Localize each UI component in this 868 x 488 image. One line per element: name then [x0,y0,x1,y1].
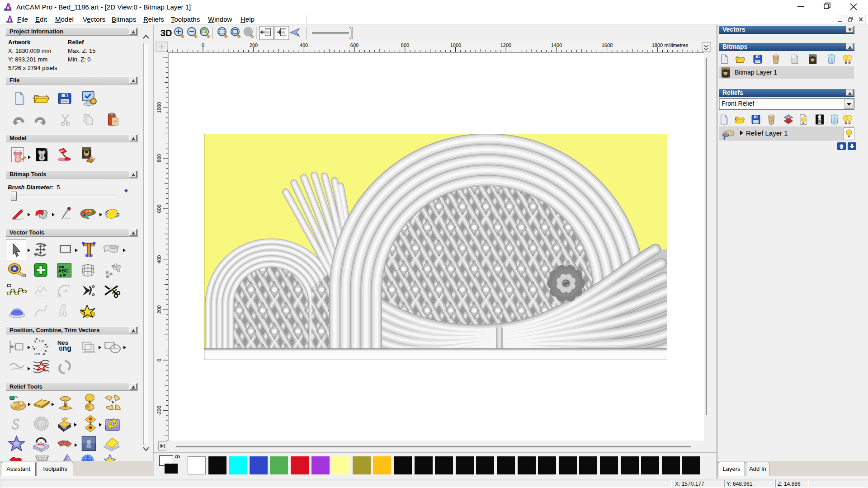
svg-text:600: 600 [156,205,162,213]
svg-text:0: 0 [202,42,204,48]
svg-text:1000: 1000 [156,102,162,113]
svg-text:1600: 1600 [602,42,613,48]
svg-text:0: 0 [156,359,162,361]
svg-text:ting: ting [59,344,71,352]
svg-text:200: 200 [250,42,258,48]
svg-text:1400: 1400 [551,42,562,48]
svg-text:u r: u r [32,345,36,352]
svg-text:S: S [12,416,19,432]
svg-text:millimetres: millimetres [664,42,688,48]
svg-text:800: 800 [156,154,162,162]
svg-text:-200: -200 [156,406,162,416]
svg-text:200: 200 [156,305,162,314]
svg-text:400: 400 [156,255,162,263]
svg-text:▲■: ▲■ [58,272,66,277]
svg-text:1200: 1200 [500,42,511,48]
svg-text:600: 600 [350,42,359,48]
svg-text:b: b [63,424,66,430]
svg-text:1000: 1000 [450,42,461,48]
svg-text:800: 800 [401,42,409,48]
svg-text:1800: 1800 [652,42,663,48]
svg-text:o n: o n [42,349,48,355]
svg-text:a c: a c [34,352,40,355]
svg-text:400: 400 [300,42,308,48]
